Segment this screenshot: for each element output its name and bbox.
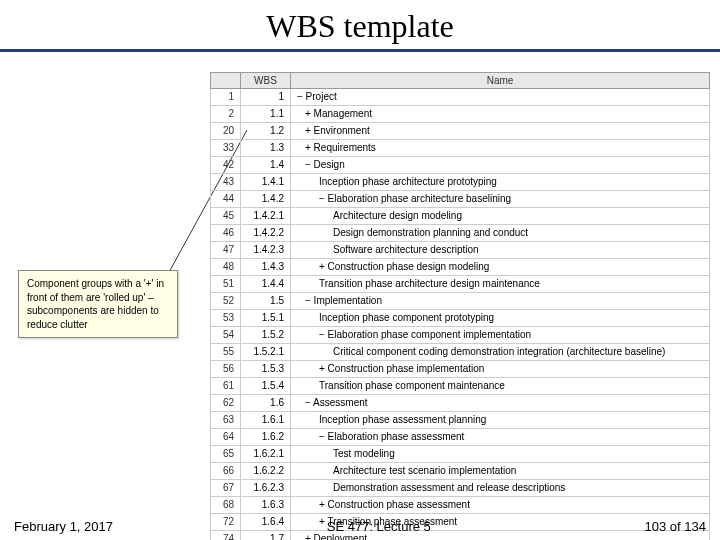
wbs-name: − Assessment — [291, 395, 710, 412]
table-row: 431.4.1Inception phase architecture prot… — [211, 174, 710, 191]
row-number: 44 — [211, 191, 241, 208]
wbs-code: 1.4.2.1 — [241, 208, 291, 225]
row-number: 66 — [211, 463, 241, 480]
wbs-name: − Project — [291, 89, 710, 106]
wbs-code: 1.4.4 — [241, 276, 291, 293]
row-number: 2 — [211, 106, 241, 123]
wbs-code: 1.6.1 — [241, 412, 291, 429]
wbs-name: + Requirements — [291, 140, 710, 157]
table-row: 681.6.3+ Construction phase assessment — [211, 497, 710, 514]
table-row: 611.5.4Transition phase component mainte… — [211, 378, 710, 395]
wbs-name: Architecture test scenario implementatio… — [291, 463, 710, 480]
table-row: 651.6.2.1Test modeling — [211, 446, 710, 463]
wbs-name: Demonstration assessment and release des… — [291, 480, 710, 497]
wbs-name: + Construction phase assessment — [291, 497, 710, 514]
table-row: 471.4.2.3Software architecture descripti… — [211, 242, 710, 259]
row-number: 47 — [211, 242, 241, 259]
wbs-code: 1.6.2.2 — [241, 463, 291, 480]
table-row: 441.4.2− Elaboration phase architecture … — [211, 191, 710, 208]
wbs-name: + Environment — [291, 123, 710, 140]
table-row: 21.1+ Management — [211, 106, 710, 123]
wbs-code: 1.6 — [241, 395, 291, 412]
table-row: 621.6− Assessment — [211, 395, 710, 412]
table-row: 561.5.3+ Construction phase implementati… — [211, 361, 710, 378]
wbs-name: Architecture design modeling — [291, 208, 710, 225]
wbs-name: − Implementation — [291, 293, 710, 310]
wbs-name: + Construction phase design modeling — [291, 259, 710, 276]
wbs-code: 1.5.2 — [241, 327, 291, 344]
wbs-code: 1.2 — [241, 123, 291, 140]
row-number: 1 — [211, 89, 241, 106]
table-row: 421.4− Design — [211, 157, 710, 174]
header-name: Name — [291, 73, 710, 89]
footer-date: February 1, 2017 — [14, 519, 113, 534]
footer-course: SE 477: Lecture 5 — [327, 519, 431, 534]
wbs-code: 1.6.3 — [241, 497, 291, 514]
wbs-code: 1.4.2.3 — [241, 242, 291, 259]
row-number: 43 — [211, 174, 241, 191]
table-header-row: WBS Name — [211, 73, 710, 89]
wbs-name: Inception phase architecture prototyping — [291, 174, 710, 191]
title-underline — [0, 49, 720, 52]
wbs-name: Transition phase component maintenance — [291, 378, 710, 395]
row-number: 65 — [211, 446, 241, 463]
table-row: 541.5.2− Elaboration phase component imp… — [211, 327, 710, 344]
row-number: 20 — [211, 123, 241, 140]
wbs-name: + Management — [291, 106, 710, 123]
table-row: 11− Project — [211, 89, 710, 106]
wbs-name: − Elaboration phase assessment — [291, 429, 710, 446]
row-number: 54 — [211, 327, 241, 344]
wbs-code: 1.4.1 — [241, 174, 291, 191]
wbs-code: 1.4.2 — [241, 191, 291, 208]
wbs-name: Software architecture description — [291, 242, 710, 259]
table-row: 511.4.4Transition phase architecture des… — [211, 276, 710, 293]
row-number: 33 — [211, 140, 241, 157]
row-number: 63 — [211, 412, 241, 429]
header-blank — [211, 73, 241, 89]
table-row: 551.5.2.1Critical component coding demon… — [211, 344, 710, 361]
wbs-name: Critical component coding demonstration … — [291, 344, 710, 361]
wbs-code: 1.4.2.2 — [241, 225, 291, 242]
wbs-name: + Construction phase implementation — [291, 361, 710, 378]
wbs-code: 1.1 — [241, 106, 291, 123]
row-number: 51 — [211, 276, 241, 293]
row-number: 67 — [211, 480, 241, 497]
row-number: 56 — [211, 361, 241, 378]
row-number: 53 — [211, 310, 241, 327]
wbs-code: 1.5.3 — [241, 361, 291, 378]
table-row: 631.6.1Inception phase assessment planni… — [211, 412, 710, 429]
header-wbs: WBS — [241, 73, 291, 89]
table-row: 451.4.2.1Architecture design modeling — [211, 208, 710, 225]
table-row: 671.6.2.3Demonstration assessment and re… — [211, 480, 710, 497]
row-number: 45 — [211, 208, 241, 225]
callout-note: Component groups with a '+' in front of … — [18, 270, 178, 338]
wbs-code: 1 — [241, 89, 291, 106]
row-number: 46 — [211, 225, 241, 242]
table-row: 331.3+ Requirements — [211, 140, 710, 157]
row-number: 48 — [211, 259, 241, 276]
wbs-code: 1.4 — [241, 157, 291, 174]
slide-footer: February 1, 2017 SE 477: Lecture 5 103 o… — [0, 519, 720, 534]
table-row: 481.4.3+ Construction phase design model… — [211, 259, 710, 276]
table-row: 641.6.2− Elaboration phase assessment — [211, 429, 710, 446]
table-row: 461.4.2.2Design demonstration planning a… — [211, 225, 710, 242]
wbs-code: 1.5.1 — [241, 310, 291, 327]
row-number: 64 — [211, 429, 241, 446]
row-number: 68 — [211, 497, 241, 514]
table-row: 661.6.2.2Architecture test scenario impl… — [211, 463, 710, 480]
row-number: 52 — [211, 293, 241, 310]
wbs-code: 1.6.2.3 — [241, 480, 291, 497]
wbs-table: WBS Name 11− Project21.1+ Management201.… — [210, 72, 710, 540]
wbs-name: − Elaboration phase architecture baselin… — [291, 191, 710, 208]
wbs-code: 1.6.2 — [241, 429, 291, 446]
wbs-code: 1.4.3 — [241, 259, 291, 276]
row-number: 62 — [211, 395, 241, 412]
wbs-name: Design demonstration planning and conduc… — [291, 225, 710, 242]
row-number: 61 — [211, 378, 241, 395]
wbs-code: 1.5 — [241, 293, 291, 310]
table-row: 201.2+ Environment — [211, 123, 710, 140]
wbs-name: Transition phase architecture design mai… — [291, 276, 710, 293]
wbs-code: 1.3 — [241, 140, 291, 157]
footer-page: 103 of 134 — [645, 519, 706, 534]
wbs-name: − Elaboration phase component implementa… — [291, 327, 710, 344]
